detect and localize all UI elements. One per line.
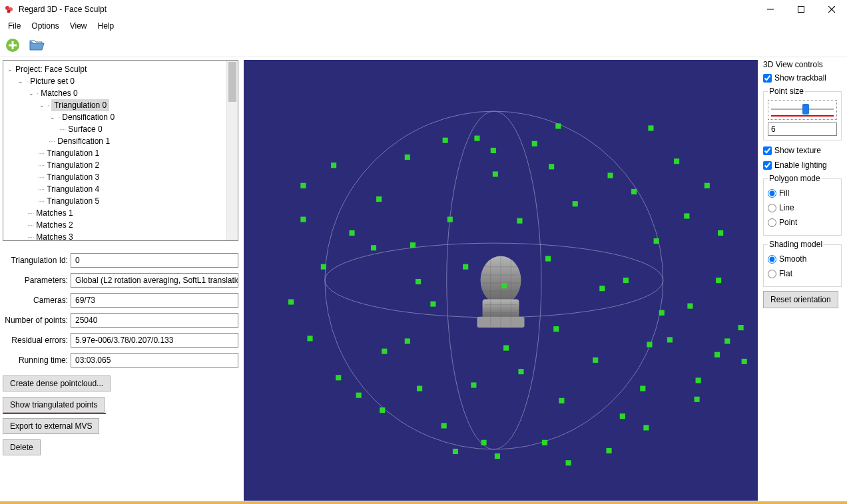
- camera-marker: [532, 141, 537, 146]
- tree-densification-0[interactable]: ⌄·Densification 0: [5, 111, 236, 123]
- camera-marker: [696, 378, 701, 383]
- tree-matches-2[interactable]: ····Matches 2: [5, 219, 236, 231]
- left-panel: ⌄Project: Face Sculpt ⌄·Picture set 0 ⌄·…: [0, 57, 241, 503]
- point-size-group: Point size 6: [763, 87, 842, 140]
- open-project-button[interactable]: [27, 35, 47, 55]
- camera-marker: [307, 336, 312, 341]
- camera-marker: [559, 398, 564, 403]
- camera-marker: [695, 397, 700, 402]
- camera-marker: [566, 460, 571, 465]
- enable-lighting-checkbox[interactable]: Enable lighting: [763, 159, 842, 171]
- minimize-button[interactable]: [755, 0, 786, 19]
- camera-marker: [687, 304, 693, 309]
- camera-marker: [667, 337, 673, 342]
- tree-matches-0[interactable]: ⌄·Matches 0: [5, 87, 236, 99]
- camera-marker: [542, 440, 547, 445]
- camera-marker: [417, 385, 422, 391]
- point-size-slider[interactable]: [768, 100, 837, 120]
- show-triangulated-button[interactable]: Show triangulated points: [3, 397, 105, 413]
- tree-matches-1[interactable]: ····Matches 1: [5, 207, 236, 219]
- title-bar: Regard 3D - Face Sculpt: [0, 0, 847, 19]
- camera-marker: [684, 213, 689, 218]
- camera-marker: [545, 256, 551, 261]
- reset-orientation-button[interactable]: Reset orientation: [763, 291, 838, 308]
- shading-smooth-radio[interactable]: Smooth: [768, 253, 837, 265]
- cameras-label: Cameras:: [3, 296, 71, 305]
- 3d-viewport[interactable]: [244, 60, 758, 501]
- tree-project-root[interactable]: ⌄Project: Face Sculpt: [5, 63, 236, 75]
- camera-marker: [607, 172, 613, 178]
- camera-marker: [416, 279, 421, 284]
- cameras-value: 69/73: [71, 293, 238, 308]
- camera-marker: [631, 189, 637, 194]
- runtime-value: 03:03.065: [71, 353, 238, 368]
- camera-marker: [517, 218, 522, 224]
- camera-marker: [742, 359, 747, 364]
- polygon-fill-radio[interactable]: Fill: [768, 187, 837, 199]
- maximize-button[interactable]: [786, 0, 816, 19]
- camera-marker: [336, 375, 341, 380]
- project-tree[interactable]: ⌄Project: Face Sculpt ⌄·Picture set 0 ⌄·…: [3, 60, 238, 241]
- camera-marker: [453, 449, 458, 454]
- toolbar: [0, 33, 847, 57]
- camera-marker: [573, 201, 578, 206]
- menu-help[interactable]: Help: [93, 19, 120, 33]
- camera-marker: [321, 264, 326, 270]
- menu-options[interactable]: Options: [26, 19, 64, 33]
- camera-marker: [503, 346, 509, 351]
- tree-matches-3[interactable]: ····Matches 3: [5, 231, 236, 241]
- tree-scrollbar[interactable]: [226, 61, 238, 240]
- polygon-point-radio[interactable]: Point: [768, 216, 837, 228]
- show-texture-checkbox[interactable]: Show texture: [763, 144, 842, 156]
- camera-marker: [430, 301, 435, 306]
- camera-marker: [501, 283, 507, 288]
- polygon-line-radio[interactable]: Line: [768, 202, 837, 214]
- camera-marker: [382, 349, 387, 354]
- show-trackball-checkbox[interactable]: Show trackball: [763, 72, 842, 84]
- tree-triangulation-2[interactable]: ····Triangulation 2: [5, 159, 236, 171]
- bottom-border: [0, 501, 847, 504]
- camera-marker: [724, 338, 730, 344]
- camera-marker: [491, 148, 496, 153]
- menu-file[interactable]: File: [3, 19, 26, 33]
- camera-marker: [593, 358, 598, 363]
- camera-marker: [599, 286, 605, 291]
- camera-marker: [606, 448, 611, 453]
- tri-id-value: 0: [71, 253, 238, 268]
- camera-marker: [331, 162, 336, 168]
- camera-marker: [640, 385, 645, 391]
- camera-marker: [714, 352, 720, 358]
- camera-marker: [300, 183, 306, 188]
- new-project-button[interactable]: [3, 35, 23, 55]
- camera-marker: [647, 342, 652, 347]
- tree-triangulation-1[interactable]: ····Triangulation 1: [5, 147, 236, 159]
- close-button[interactable]: [816, 0, 847, 19]
- delete-button[interactable]: Delete: [3, 439, 41, 455]
- menu-view[interactable]: View: [65, 19, 93, 33]
- svg-rect-4: [798, 7, 804, 13]
- tree-picture-set[interactable]: ⌄·Picture set 0: [5, 75, 236, 87]
- params-value: Global (L2 rotation averaging, SoftL1 tr…: [71, 273, 238, 288]
- tree-triangulation-4[interactable]: ····Triangulation 4: [5, 183, 236, 195]
- npoints-label: Number of points:: [3, 316, 71, 325]
- camera-marker: [356, 393, 362, 398]
- camera-marker: [463, 264, 468, 270]
- camera-marker: [648, 125, 653, 130]
- tree-triangulation-5[interactable]: ····Triangulation 5: [5, 195, 236, 207]
- right-panel: 3D View controls Show trackball Point si…: [760, 57, 847, 503]
- point-size-value[interactable]: 6: [768, 123, 837, 136]
- tree-surface-0[interactable]: ····Surface 0: [5, 123, 236, 135]
- view-controls-heading: 3D View controls: [763, 60, 842, 69]
- create-dense-button[interactable]: Create dense pointcloud...: [3, 376, 111, 391]
- tree-densification-1[interactable]: ····Densification 1: [5, 135, 236, 147]
- export-mvs-button[interactable]: Export to external MVS: [3, 418, 99, 434]
- tree-triangulation-3[interactable]: ····Triangulation 3: [5, 171, 236, 183]
- camera-marker: [718, 230, 723, 236]
- camera-marker: [371, 245, 376, 250]
- camera-marker: [553, 326, 559, 332]
- shading-flat-radio[interactable]: Flat: [768, 268, 837, 280]
- tree-triangulation-0[interactable]: ⌄·Triangulation 0: [5, 99, 236, 111]
- camera-marker: [659, 310, 665, 316]
- camera-marker: [474, 136, 479, 141]
- camera-marker: [643, 425, 649, 430]
